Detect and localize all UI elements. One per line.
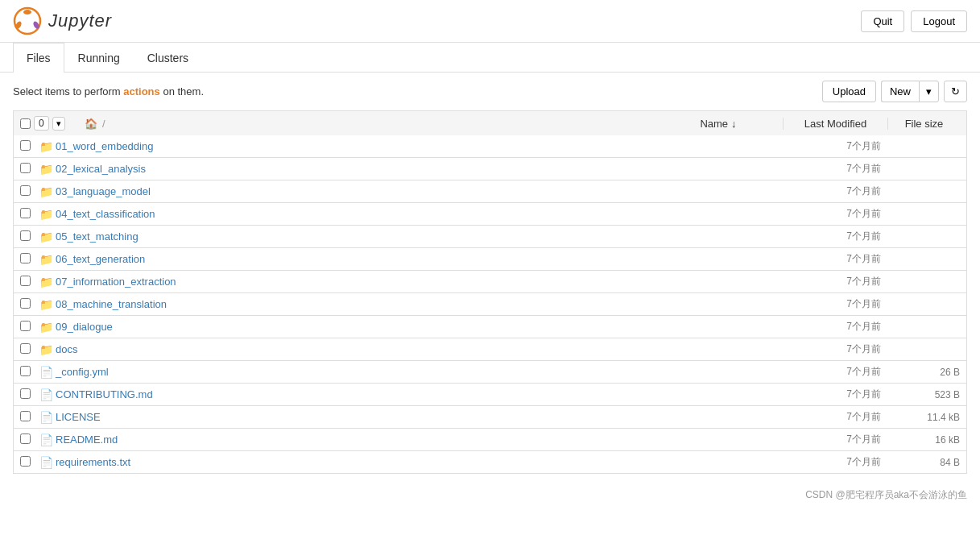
row-checkbox[interactable] [20,456,31,467]
file-size: 84 B [887,457,960,468]
row-checkbox-area [20,388,39,401]
footer: CSDN @肥宅程序员aka不会游泳的鱼 [0,482,980,508]
row-checkbox-area [20,276,39,288]
row-checkbox-area [20,343,39,356]
folder-icon: 📁 [39,298,56,311]
refresh-button[interactable]: ↻ [944,81,967,102]
folder-icon: 📁 [39,276,56,288]
row-checkbox-area [20,433,39,446]
row-checkbox-area [20,163,39,176]
file-name-link[interactable]: 09_dialogue [56,321,783,333]
table-row: 📁 07_information_extraction 7个月前 [13,271,967,293]
tab-running[interactable]: Running [64,43,134,73]
app-title: Jupyter [48,10,112,31]
new-dropdown-button[interactable]: ▾ [919,81,939,102]
row-checkbox-area [20,366,39,379]
row-checkbox[interactable] [20,163,31,173]
table-row: 📄 LICENSE 7个月前 11.4 kB [13,406,967,429]
file-name-link[interactable]: 02_lexical_analysis [56,163,783,175]
file-name-link[interactable]: 08_machine_translation [56,298,783,310]
svg-point-1 [23,10,31,15]
table-row: 📁 03_language_model 7个月前 [13,180,967,203]
row-checkbox[interactable] [20,321,31,331]
file-modified: 7个月前 [783,230,887,243]
file-list-container: 0 ▾ 🏠 / Name ↓ Last Modified File size 📁… [0,110,980,474]
file-name-link[interactable]: 03_language_model [56,185,783,197]
file-name-link[interactable]: README.md [56,433,783,446]
file-name-link[interactable]: 05_text_matching [56,230,783,243]
file-modified: 7个月前 [783,365,887,379]
table-row: 📄 CONTRIBUTING.md 7个月前 523 B [13,384,967,406]
file-rows: 📁 01_word_embedding 7个月前 📁 02_lexical_an… [13,135,967,474]
table-row: 📁 04_text_classification 7个月前 [13,203,967,226]
file-name-link[interactable]: 06_text_generation [56,253,783,265]
row-checkbox[interactable] [20,208,31,218]
home-icon[interactable]: 🏠 [85,118,97,130]
col-size-header: File size [887,118,960,130]
logout-button[interactable]: Logout [911,10,967,32]
folder-icon: 📁 [39,140,56,153]
table-row: 📄 README.md 7个月前 16 kB [13,429,967,451]
file-modified: 7个月前 [783,275,887,288]
folder-icon: 📁 [39,343,56,356]
row-checkbox[interactable] [20,298,31,309]
new-button-group: New ▾ [881,81,939,102]
row-checkbox[interactable] [20,411,31,421]
tab-files[interactable]: Files [13,43,64,73]
row-checkbox[interactable] [20,388,31,399]
tabs-bar: Files Running Clusters [0,43,980,73]
file-name-link[interactable]: CONTRIBUTING.md [56,388,783,400]
file-name-link[interactable]: 01_word_embedding [56,140,783,152]
row-checkbox-area [20,298,39,311]
row-checkbox[interactable] [20,230,31,241]
file-name-link[interactable]: LICENSE [56,411,783,423]
folder-icon: 📁 [39,185,56,198]
quit-button[interactable]: Quit [861,10,904,32]
file-name-link[interactable]: 04_text_classification [56,208,783,220]
upload-button[interactable]: Upload [822,81,876,102]
table-row: 📁 05_text_matching 7个月前 [13,226,967,248]
file-modified: 7个月前 [783,388,887,401]
row-checkbox[interactable] [20,366,31,376]
file-name-link[interactable]: 07_information_extraction [56,276,783,288]
file-icon: 📄 [39,388,56,401]
row-checkbox[interactable] [20,253,31,263]
jupyter-logo-icon [13,6,42,35]
table-row: 📁 docs 7个月前 [13,338,967,361]
table-row: 📁 08_machine_translation 7个月前 [13,293,967,316]
table-row: 📁 01_word_embedding 7个月前 [13,135,967,158]
select-text: Select items to perform [13,85,123,97]
header: Jupyter Quit Logout [0,0,980,43]
table-row: 📁 09_dialogue 7个月前 [13,316,967,338]
table-row: 📄 _config.yml 7个月前 26 B [13,361,967,384]
tab-clusters[interactable]: Clusters [134,43,202,73]
file-modified: 7个月前 [783,410,887,424]
row-checkbox[interactable] [20,140,31,151]
new-button[interactable]: New [881,81,919,102]
row-checkbox[interactable] [20,433,31,444]
file-name-link[interactable]: _config.yml [56,366,783,378]
row-checkbox-area [20,140,39,153]
row-checkbox[interactable] [20,276,31,286]
col-name-header[interactable]: Name ↓ [654,118,783,130]
file-icon: 📄 [39,411,56,424]
file-name-link[interactable]: requirements.txt [56,456,783,468]
row-checkbox[interactable] [20,343,31,354]
toolbar-right: Upload New ▾ ↻ [822,81,967,102]
row-checkbox[interactable] [20,185,31,196]
select-all-checkbox[interactable] [20,118,31,129]
table-row: 📁 02_lexical_analysis 7个月前 [13,158,967,180]
selected-count: 0 [34,116,49,131]
toolbar: Select items to perform actions on them.… [0,73,980,110]
select-suffix: on them. [160,85,204,97]
toolbar-description: Select items to perform actions on them. [13,85,204,97]
file-name-link[interactable]: docs [56,343,783,355]
file-modified: 7个月前 [783,139,887,153]
col-modified-header[interactable]: Last Modified [783,118,887,130]
actions-text: actions [123,85,160,97]
breadcrumb: 🏠 / [85,118,654,130]
folder-icon: 📁 [39,208,56,221]
count-dropdown-button[interactable]: ▾ [52,117,65,131]
file-icon: 📄 [39,366,56,379]
row-checkbox-area [20,230,39,243]
